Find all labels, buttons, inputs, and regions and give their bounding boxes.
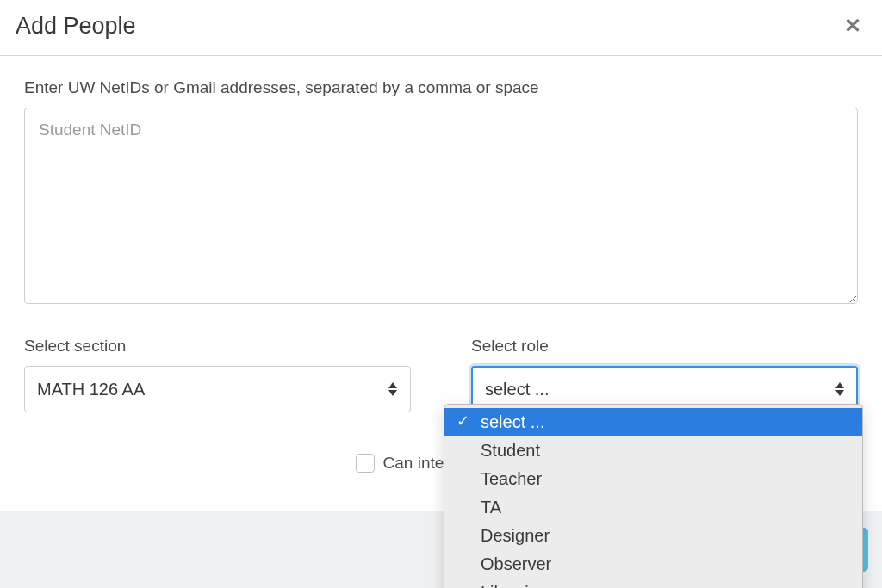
role-option[interactable]: Observer xyxy=(444,550,862,579)
role-select-value: select ... xyxy=(485,380,549,399)
role-option[interactable]: Designer xyxy=(444,522,862,550)
role-dropdown-menu: select ...StudentTeacherTADesignerObserv… xyxy=(444,404,863,588)
modal-header: Add People ✕ xyxy=(0,0,882,56)
netid-label: Enter UW NetIDs or Gmail addresses, sepa… xyxy=(24,78,858,97)
interact-checkbox[interactable] xyxy=(356,454,375,473)
close-icon: ✕ xyxy=(844,14,861,37)
role-option[interactable]: Teacher xyxy=(444,465,862,493)
close-button[interactable]: ✕ xyxy=(841,12,865,40)
netid-textarea[interactable] xyxy=(24,108,858,304)
role-option[interactable]: select ... xyxy=(444,408,862,436)
role-option[interactable]: Librarian xyxy=(444,579,862,588)
select-row: Select section MATH 126 AA Select role s… xyxy=(24,337,858,412)
role-option[interactable]: TA xyxy=(444,493,862,522)
section-label: Select section xyxy=(24,337,411,356)
section-select-value: MATH 126 AA xyxy=(37,380,145,399)
role-select-wrap: select ... select ...StudentTeacherTADes… xyxy=(471,366,858,412)
section-column: Select section MATH 126 AA xyxy=(24,337,411,412)
role-option[interactable]: Student xyxy=(444,436,862,465)
modal-title: Add People xyxy=(16,13,136,40)
section-select-wrap: MATH 126 AA xyxy=(24,366,411,412)
section-select[interactable]: MATH 126 AA xyxy=(24,366,411,412)
role-column: Select role select ... select ...Student… xyxy=(471,337,858,412)
role-label: Select role xyxy=(471,337,858,356)
modal-body: Enter UW NetIDs or Gmail addresses, sepa… xyxy=(0,56,882,490)
